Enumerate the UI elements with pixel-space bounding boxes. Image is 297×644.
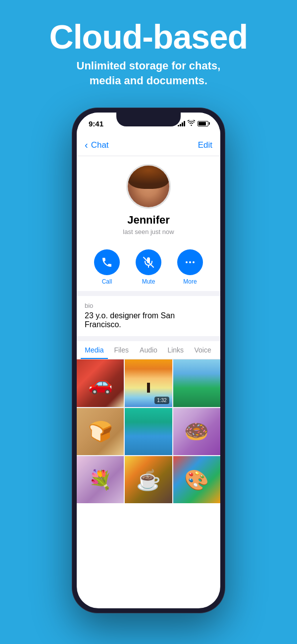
media-item-car[interactable] [77,359,124,407]
svg-point-3 [189,261,191,263]
media-image-donuts [173,408,220,455]
media-image-toast [77,408,124,455]
media-image-pool [125,408,172,455]
tab-voice[interactable]: Voice [189,341,216,359]
tab-links[interactable]: Links [162,341,189,359]
media-item-paint[interactable] [173,456,220,503]
signal-bar-1 [178,125,179,126]
media-item-flowers[interactable] [77,456,124,503]
profile-status: last seen just now [123,228,174,235]
divider-2 [77,336,220,341]
more-label: More [183,278,197,285]
svg-point-4 [193,261,195,263]
tab-files[interactable]: Files [108,341,135,359]
media-image-mountain [173,359,220,407]
tabs-bar: Media Files Audio Links Voice [77,341,220,359]
avatar-image [128,166,169,207]
media-image-coffee [125,456,172,503]
back-button[interactable]: ‹ Chat [85,139,109,151]
phone-wrapper: 9:41 [0,108,297,613]
bio-section: bio 23 y.o. designer from San Francisco. [77,296,220,336]
media-image-car [77,359,124,407]
chevron-left-icon: ‹ [85,139,88,151]
signal-bar-3 [182,122,183,126]
status-time: 9:41 [89,119,103,128]
signal-bar-2 [180,124,181,126]
profile-section: Jennifer last seen just now [77,156,220,241]
mute-button[interactable] [136,249,161,275]
media-item-coffee[interactable] [125,456,172,503]
media-image-beach: 1:32 [125,359,172,407]
bio-text: 23 y.o. designer from San Francisco. [85,311,212,329]
profile-name: Jennifer [127,214,170,227]
more-action[interactable]: More [177,249,203,285]
status-bar: 9:41 [77,113,220,134]
media-grid: 1:32 [77,359,220,503]
bio-label: bio [85,302,212,309]
wifi-icon [188,120,195,127]
mute-label: Mute [142,278,155,285]
battery-icon [198,121,208,126]
mute-action[interactable]: Mute [136,249,161,285]
call-action[interactable]: Call [94,249,120,285]
tab-media[interactable]: Media [81,341,108,359]
edit-button[interactable]: Edit [198,140,212,150]
media-item-toast[interactable] [77,408,124,455]
divider-1 [77,291,220,296]
action-buttons: Call Mute [77,241,220,291]
battery-fill [198,122,206,125]
avatar [126,164,171,209]
status-icons [178,120,208,127]
signal-bar-4 [184,121,185,126]
hero-subtitle: Unlimited storage for chats,media and do… [10,59,287,88]
tab-audio[interactable]: Audio [135,341,162,359]
hero-section: Cloud-based Unlimited storage for chats,… [0,0,297,98]
call-label: Call [102,278,112,285]
media-image-paint [173,456,220,503]
video-duration-badge: 1:32 [154,397,169,404]
more-button[interactable] [177,249,203,275]
media-item-donuts[interactable] [173,408,220,455]
media-image-flowers [77,456,124,503]
media-item-beach[interactable]: 1:32 [125,359,172,407]
notch [116,113,181,126]
media-item-pool[interactable] [125,408,172,455]
back-label: Chat [91,140,109,150]
avatar-hair [128,166,169,188]
media-item-mountain[interactable] [173,359,220,407]
nav-bar: ‹ Chat Edit [77,134,220,156]
phone-inner: 9:41 [77,113,220,608]
svg-point-2 [186,261,188,263]
hero-title: Cloud-based [10,20,287,54]
phone-shell: 9:41 [72,108,225,613]
call-button[interactable] [94,249,120,275]
